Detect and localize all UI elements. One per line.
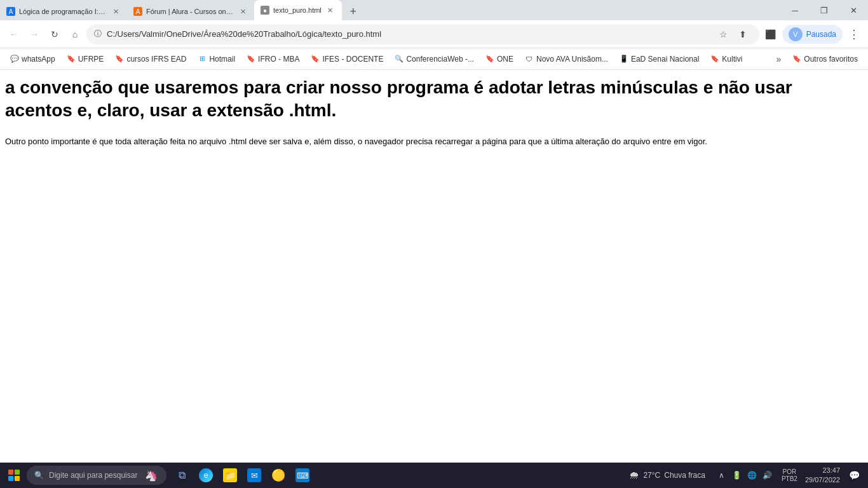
edge-icon: e: [199, 468, 213, 482]
task-view-button[interactable]: ⧉: [170, 464, 193, 487]
weather-widget[interactable]: 🌧 27°C Chuva fraca: [624, 467, 710, 484]
profile-label: Pausada: [806, 30, 836, 39]
address-field[interactable]: ⓘ C:/Users/Valmir/OneDrive/Área%20de%20T…: [86, 24, 759, 44]
system-tray: ∧ 🔋 🌐 🔊: [713, 466, 776, 484]
extensions-btn[interactable]: ⬛: [762, 25, 780, 43]
tab-list: A Lógica de programação I: crie pr... ✕ …: [0, 0, 780, 20]
tab-1-close[interactable]: ✕: [111, 6, 121, 17]
locale-layout: PTB2: [782, 475, 797, 482]
minimize-button[interactable]: ─: [780, 0, 810, 20]
page-heading: a convenção que usaremos para criar noss…: [5, 76, 863, 123]
tab-1[interactable]: A Lógica de programação I: crie pr... ✕: [0, 3, 127, 20]
forward-button[interactable]: →: [25, 25, 43, 43]
kultivi-icon: 🔖: [710, 55, 719, 64]
locale-lang: POR: [783, 468, 797, 475]
address-actions: ☆ ⬆: [715, 25, 752, 43]
clock-date: 29/07/2022: [805, 475, 840, 485]
bookmark-ifro-label: IFRO - MBA: [258, 55, 299, 64]
tab-3-close[interactable]: ✕: [325, 5, 336, 15]
bookmark-outros-label: Outros favoritos: [804, 55, 858, 64]
bookmark-conferenceweb-label: ConferenciaWeb -...: [406, 55, 474, 64]
taskbar-apps: ⧉ e 📁 ✉ 🟡 ⌨: [170, 464, 314, 487]
bookmark-one-label: ONE: [497, 55, 513, 64]
weather-condition: Chuva fraca: [664, 471, 705, 480]
titlebar: A Lógica de programação I: crie pr... ✕ …: [0, 0, 868, 20]
profile-avatar: V: [789, 27, 803, 41]
new-tab-button[interactable]: +: [344, 3, 362, 20]
tab-3-label: texto_puro.html: [273, 6, 322, 14]
bookmark-ifes[interactable]: 🔖 IFES - DOCENTE: [306, 52, 388, 66]
vscode-icon: ⌨: [295, 468, 309, 482]
outros-icon: 🔖: [792, 55, 801, 64]
whatsapp-icon: 💬: [10, 55, 19, 64]
taskbar-right: 🌧 27°C Chuva fraca ∧ 🔋 🌐 🔊 POR PTB2 23:4…: [624, 464, 865, 487]
notification-button[interactable]: 💬: [845, 464, 863, 487]
protocol-indicator: ⓘ: [94, 29, 102, 39]
task-view-icon: ⧉: [175, 468, 189, 482]
vscode-app[interactable]: ⌨: [291, 464, 314, 487]
close-button[interactable]: ✕: [839, 0, 868, 20]
tray-volume[interactable]: 🔊: [761, 469, 774, 482]
tray-expand[interactable]: ∧: [715, 469, 728, 482]
bookmark-this-btn[interactable]: ☆: [715, 25, 733, 43]
senai-icon: 📱: [620, 55, 628, 64]
windows-logo: [8, 470, 20, 481]
one-icon: 🔖: [485, 55, 494, 64]
bookmark-ifes-label: IFES - DOCENTE: [322, 55, 383, 64]
bookmark-unisaom-label: Novo AVA Unisãom...: [536, 55, 608, 64]
reload-button[interactable]: ↻: [46, 25, 64, 43]
bookmark-kultivi-label: Kultivi: [722, 55, 742, 64]
home-button[interactable]: ⌂: [66, 25, 84, 43]
bookmark-whatsapp[interactable]: 💬 whatsApp: [5, 52, 60, 66]
tab-2[interactable]: A Fórum | Alura - Cursos online de... ✕: [127, 3, 254, 20]
addressbar: ← → ↻ ⌂ ⓘ C:/Users/Valmir/OneDrive/Área%…: [0, 20, 868, 48]
bookmark-hotmail[interactable]: ⊞ Hotmail: [193, 52, 240, 66]
tray-battery: 🔋: [731, 469, 743, 482]
bookmark-ifro[interactable]: 🔖 IFRO - MBA: [241, 52, 304, 66]
address-url: C:/Users/Valmir/OneDrive/Área%20de%20Tra…: [107, 29, 710, 39]
tab-1-favicon: A: [6, 7, 15, 16]
ifes-icon: 🔖: [311, 55, 320, 64]
bookmark-conferenceweb[interactable]: 🔍 ConferenciaWeb -...: [390, 52, 479, 66]
browser-menu-button[interactable]: ⋮: [845, 25, 863, 43]
bookmark-unisaom[interactable]: 🛡 Novo AVA Unisãom...: [520, 52, 613, 66]
ifro-icon: 🔖: [247, 55, 255, 64]
tab-2-favicon: A: [133, 7, 142, 16]
page-paragraph: Outro ponto importante é que toda altera…: [5, 135, 863, 149]
search-icon: 🔍: [34, 471, 44, 480]
cursos-ifrs-icon: 🔖: [115, 55, 124, 64]
tab-2-label: Fórum | Alura - Cursos online de...: [146, 8, 234, 15]
bookmark-hotmail-label: Hotmail: [209, 55, 235, 64]
bookmark-one[interactable]: 🔖 ONE: [480, 52, 519, 66]
bookmark-cursos-ifrs[interactable]: 🔖 cursos IFRS EAD: [110, 52, 191, 66]
tray-network[interactable]: 🌐: [746, 469, 759, 482]
bookmarks-bar: 💬 whatsApp 🔖 UFRPE 🔖 cursos IFRS EAD ⊞ H…: [0, 48, 868, 70]
tab-2-close[interactable]: ✕: [238, 6, 248, 17]
restore-button[interactable]: ❐: [810, 0, 839, 20]
chrome-icon: 🟡: [271, 468, 285, 482]
explorer-icon: 📁: [223, 468, 237, 482]
mail-app[interactable]: ✉: [243, 464, 266, 487]
back-button[interactable]: ←: [5, 25, 23, 43]
bookmark-ufrpe-label: UFRPE: [78, 55, 104, 64]
explorer-app[interactable]: 📁: [219, 464, 241, 487]
tab-3-favicon: ●: [261, 6, 269, 15]
bookmark-senai[interactable]: 📱 EaD Senai Nacional: [614, 52, 704, 66]
bookmark-kultivi[interactable]: 🔖 Kultivi: [705, 52, 747, 66]
bookmark-ufrpe[interactable]: 🔖 UFRPE: [62, 52, 109, 66]
bookmarks-overflow-button[interactable]: »: [771, 51, 787, 67]
conferenceweb-icon: 🔍: [395, 55, 403, 64]
unisaom-icon: 🛡: [525, 55, 534, 64]
chrome-app[interactable]: 🟡: [267, 464, 290, 487]
tab-3[interactable]: ● texto_puro.html ✕: [254, 0, 342, 20]
taskbar-search[interactable]: 🔍 Digite aqui para pesquisar 🦄: [27, 466, 166, 485]
share-btn[interactable]: ⬆: [734, 25, 752, 43]
start-button[interactable]: [3, 464, 25, 487]
clock[interactable]: 23:47 29/07/2022: [803, 466, 843, 485]
bookmark-outros[interactable]: 🔖 Outros favoritos: [787, 52, 863, 66]
edge-app[interactable]: e: [194, 464, 217, 487]
profile-button[interactable]: V Pausada: [782, 25, 843, 44]
ufrpe-icon: 🔖: [67, 55, 76, 64]
mail-icon: ✉: [247, 468, 261, 482]
overflow-label: »: [776, 54, 782, 64]
